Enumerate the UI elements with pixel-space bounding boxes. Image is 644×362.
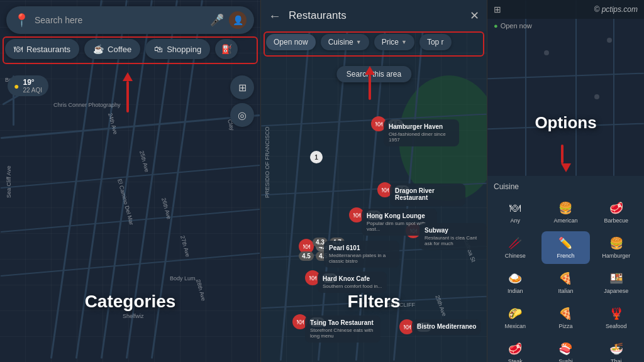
cuisine-japanese[interactable]: 🍱 Japanese	[592, 266, 640, 299]
filter-cuisine[interactable]: Cuisine ▼	[321, 34, 369, 50]
barbecue-icon: 🥩	[609, 201, 623, 215]
filter-top-rated[interactable]: Top r	[419, 34, 452, 50]
japanese-label: Japanese	[604, 288, 628, 294]
street-label-chris: Chris Conner Photography	[53, 102, 121, 108]
panel-categories: Sea Cliff Ave 24th Ave 25th Ave El Camin…	[0, 0, 261, 362]
watermark: © pctips.com	[594, 5, 638, 14]
layers-button[interactable]: ⊞	[230, 75, 254, 99]
cuisine-title: Cuisine	[491, 182, 640, 191]
open-now-dot: ●	[494, 22, 498, 30]
cuisine-seafood[interactable]: 🦞 Seafood	[592, 302, 640, 334]
cuisine-mexican[interactable]: 🌮 Mexican	[491, 302, 539, 334]
categories-arrow	[123, 72, 133, 112]
card-name-4: Pearl 6101	[329, 244, 394, 251]
street-label-body: Body Lum...	[170, 275, 200, 282]
chinese-icon: 🥢	[508, 236, 522, 250]
map-dot-2	[594, 94, 599, 99]
filters-arrow	[365, 66, 375, 100]
cuisine-thai[interactable]: 🍜 Thai	[592, 337, 640, 362]
card-name-7: Tsing Tao Restaurant	[310, 319, 375, 326]
cuisine-any[interactable]: 🍽 Any	[491, 196, 539, 229]
num-pin-1: 1	[310, 151, 323, 163]
cuisine-barbecue[interactable]: 🥩 Barbecue	[592, 196, 640, 229]
cuisine-hamburger[interactable]: 🍔 Hamburger	[592, 231, 640, 264]
filter-icon[interactable]: ⊞	[494, 4, 501, 14]
filter-price[interactable]: Price ▼	[374, 34, 414, 50]
google-maps-icon: 📍	[14, 13, 30, 28]
chip-fuel[interactable]: ⛽	[215, 39, 238, 59]
thai-label: Thai	[611, 358, 622, 362]
cluster-3: 4.5	[299, 251, 314, 261]
mexican-icon: 🌮	[508, 307, 522, 321]
card-name-3: Hong Kong Lounge	[367, 212, 432, 219]
any-icon: 🍽	[509, 202, 521, 215]
cuisine-caret: ▼	[356, 39, 362, 45]
cuisine-steak[interactable]: 🥩 Steak	[491, 337, 539, 362]
shopping-icon: 🛍	[154, 44, 163, 54]
categories-section-label: Categories	[0, 292, 260, 312]
italian-label: Italian	[558, 288, 573, 294]
map-dot-3	[607, 38, 612, 43]
open-now-text: Open now	[501, 22, 532, 30]
cuisine-sushi[interactable]: 🍣 Sushi	[541, 337, 589, 362]
weather-badge: ● 19° 22 AQI	[8, 75, 48, 96]
chip-restaurants-label: Restaurants	[26, 45, 70, 54]
panel2-header: ← Restaurants ✕	[261, 0, 487, 31]
card-pearl: Pearl 6101 Mediterranean plates in a cla…	[324, 241, 399, 268]
any-label: Any	[510, 217, 520, 224]
search-placeholder: Search here	[35, 15, 205, 25]
chip-restaurants[interactable]: 🍽 Restaurants	[5, 39, 79, 59]
indian-label: Indian	[508, 288, 523, 294]
cuisine-american[interactable]: 🍔 American	[541, 196, 589, 229]
chip-coffee-label: Coffee	[108, 45, 131, 54]
cuisine-grid: 🍽 Any 🍔 American 🥩 Barbecue 🥢 Chinese ✏️…	[491, 196, 640, 362]
fuel-icon: ⛽	[221, 44, 232, 54]
panel-options: ⊞ © pctips.com ● Open now Options Cuisin…	[487, 0, 644, 362]
sushi-icon: 🍣	[558, 342, 572, 356]
american-icon: 🍔	[558, 201, 572, 215]
cuisine-indian[interactable]: 🍛 Indian	[491, 266, 539, 299]
cuisine-chinese[interactable]: 🥢 Chinese	[491, 231, 539, 264]
seafood-label: Seafood	[606, 323, 627, 329]
avatar[interactable]: 👤	[229, 11, 247, 29]
card-desc-5: Southern comfort food in...	[323, 283, 382, 289]
options-arrow	[561, 145, 571, 172]
panel-filters: ← Restaurants ✕ Open now Cuisine ▼ Price…	[261, 0, 487, 362]
barbecue-label: Barbecue	[604, 217, 629, 224]
filters-section-label: Filters	[261, 292, 487, 312]
indian-icon: 🍛	[508, 272, 522, 285]
street-label-sea-cliff: Sea Cliff Ave	[6, 166, 12, 198]
seafood-icon: 🦞	[609, 307, 623, 321]
cuisine-italian[interactable]: 🍕 Italian	[541, 266, 589, 299]
map-controls: ⊞ ◎	[230, 75, 254, 127]
location-button[interactable]: ◎	[230, 103, 254, 127]
card-subway: Subway Restaurant is clea Cant ask for m…	[419, 223, 487, 250]
cuisine-pizza[interactable]: 🍕 Pizza	[541, 302, 589, 334]
hamburger-icon: 🍔	[609, 236, 623, 250]
mic-icon[interactable]: 🎤	[210, 13, 224, 27]
back-button[interactable]: ←	[269, 9, 281, 23]
close-button[interactable]: ✕	[470, 9, 479, 23]
filter-open-now[interactable]: Open now	[266, 34, 316, 50]
arrow-shaft	[126, 81, 129, 112]
chip-coffee[interactable]: ☕ Coffee	[84, 39, 140, 59]
thai-icon: 🍜	[609, 342, 623, 356]
sushi-label: Sushi	[558, 358, 573, 362]
search-bar[interactable]: 📍 Search here 🎤 👤	[6, 6, 254, 34]
card-desc-4: Mediterranean plates in a classic bistro	[329, 253, 394, 264]
chip-shopping[interactable]: 🛍 Shopping	[145, 39, 210, 59]
mexican-label: Mexican	[504, 323, 526, 329]
cuisine-label: Cuisine	[328, 38, 353, 47]
cuisine-french[interactable]: ✏️ French	[541, 231, 589, 264]
street-label-shelf: Shelfwiz	[123, 313, 144, 319]
options-arrow-shaft	[561, 145, 564, 163]
card-dragon-river: Dragon River Restaurant	[390, 184, 465, 206]
card-bistro: Bistro Mediterraneo	[412, 319, 481, 335]
card-name-6: Subway	[425, 227, 482, 234]
arrow-head	[123, 72, 133, 81]
steak-icon: 🥩	[508, 342, 522, 356]
pizza-label: Pizza	[558, 323, 572, 329]
options-arrow-head	[561, 163, 571, 172]
price-caret: ▼	[401, 39, 407, 45]
panel3-header: ⊞ © pctips.com	[487, 0, 644, 19]
